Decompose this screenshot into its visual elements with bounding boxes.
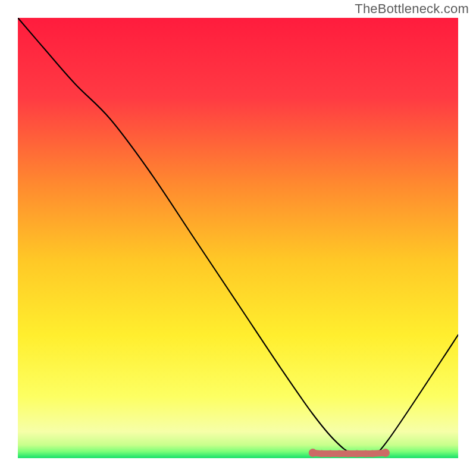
sweet-spot-markers <box>309 449 390 457</box>
chart-stage: TheBottleneck.com <box>0 0 476 476</box>
sweet-spot-dot <box>353 450 361 458</box>
sweet-spot-dot <box>309 449 317 457</box>
sweet-spot-dot <box>345 450 352 458</box>
sweet-spot-dot <box>318 450 325 458</box>
bottleneck-curve-path <box>18 18 458 456</box>
sweet-spot-dot <box>327 450 334 458</box>
sweet-spot-dot <box>336 450 343 458</box>
sweet-spot-dot <box>369 450 376 458</box>
curve-layer <box>18 18 458 458</box>
watermark-text: TheBottleneck.com <box>355 1 469 17</box>
plot-area <box>18 18 458 458</box>
sweet-spot-dot <box>362 450 369 458</box>
sweet-spot-dot <box>381 449 390 457</box>
